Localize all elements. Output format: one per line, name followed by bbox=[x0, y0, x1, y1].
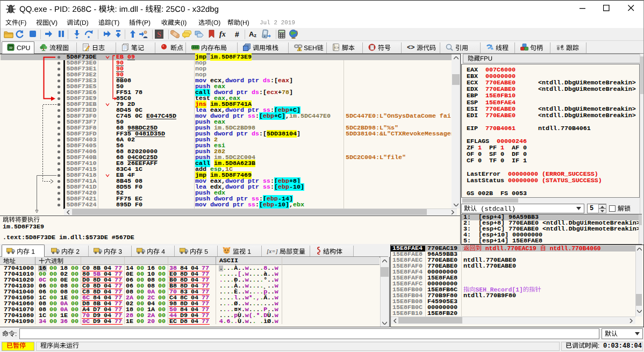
svg-text:z: z bbox=[254, 33, 257, 38]
svg-text:<>: <> bbox=[407, 44, 414, 51]
svg-text:A: A bbox=[249, 30, 254, 38]
svg-text:#: # bbox=[235, 30, 239, 39]
svg-text:<>: <> bbox=[334, 45, 339, 50]
svg-text:32: 32 bbox=[9, 46, 12, 49]
svg-text:fx: fx bbox=[219, 30, 226, 38]
svg-text:S: S bbox=[157, 31, 161, 39]
